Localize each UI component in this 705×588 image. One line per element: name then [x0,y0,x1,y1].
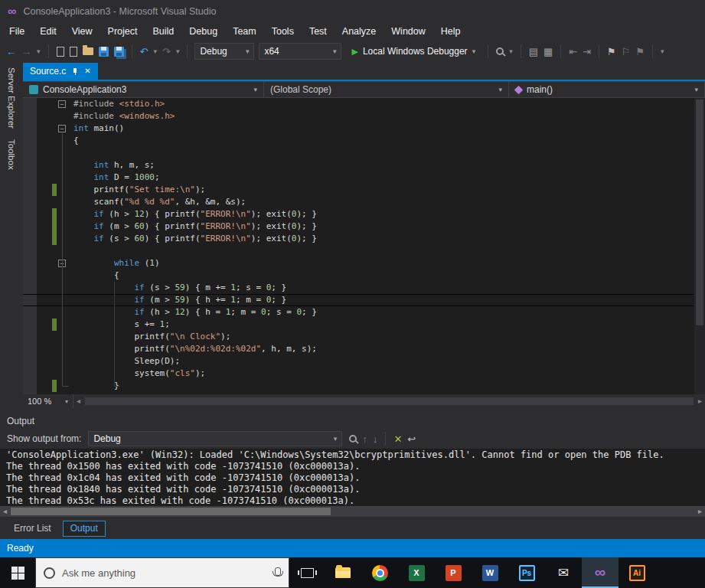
output-panel-title[interactable]: Output [0,413,705,429]
code-line-5[interactable] [23,147,694,159]
redo-icon[interactable]: ↷ [162,47,171,57]
find-in-files-icon[interactable] [496,47,504,55]
code-line-16[interactable]: if (s > 59) { m += 1; s = 0; } [23,282,694,294]
code-line-23[interactable]: system("cls"); [23,368,694,380]
menu-test[interactable]: Test [302,24,335,39]
editor-vertical-scrollbar[interactable] [694,98,705,394]
open-file-icon[interactable] [83,47,93,55]
output-source-combo[interactable]: Debug ▾ [88,431,342,446]
member-dropdown[interactable]: main() ▾ [508,81,705,98]
start-button[interactable] [0,557,35,588]
taskbar-app-excel[interactable]: X [398,557,435,588]
output-text-area[interactable]: 'ConsoleApplication3.exe' (Win32): Loade… [0,449,705,506]
code-line-24[interactable]: } [23,380,694,392]
code-area[interactable]: −#include <stdio.h>#include <windows.h>−… [23,98,694,392]
scroll-left-icon[interactable]: ◂ [73,397,83,405]
undo-icon[interactable]: ↶ [140,47,149,57]
start-debugging-button[interactable]: ▶ Local Windows Debugger ▾ [346,43,481,60]
redo-dropdown-icon[interactable]: ▾ [176,48,180,55]
save-all-icon[interactable] [114,47,124,57]
menu-debug[interactable]: Debug [181,24,225,39]
scrollbar-thumb[interactable] [11,508,331,515]
taskbar-app-file-explorer[interactable] [325,557,361,588]
code-line-12[interactable]: if (s > 60) { printf("ERROR!\n"); exit(0… [23,233,694,245]
output-horizontal-scrollbar[interactable]: ◂ ▸ [0,506,705,517]
scroll-right-icon[interactable]: ▸ [695,397,705,405]
code-editor[interactable]: −#include <stdio.h>#include <windows.h>−… [23,98,705,394]
tab-source-c[interactable]: Source.c ✕ [23,63,98,80]
clear-all-icon[interactable]: ✕ [393,434,402,444]
properties-window-icon[interactable]: ▦ [543,47,553,57]
goto-next-message-icon[interactable]: ↓ [373,434,378,444]
taskbar-app-visual-studio[interactable]: ∞ [582,557,619,588]
find-message-icon[interactable] [349,435,357,443]
task-view-button[interactable] [289,557,325,588]
code-line-9[interactable]: scanf("%d %d %d", &h, &m, &s); [23,196,694,208]
next-bookmark-icon[interactable]: ⚑ [635,47,645,57]
fold-toggle-icon[interactable]: − [58,125,66,132]
solution-explorer-icon[interactable]: ▤ [529,47,538,57]
code-line-20[interactable]: printf("\n Clock"); [23,331,694,343]
menu-tools[interactable]: Tools [264,24,302,39]
solution-platform-combo[interactable]: x64 ▾ [259,43,341,60]
menu-team[interactable]: Team [225,24,264,39]
close-icon[interactable]: ✕ [84,67,90,75]
menu-edit[interactable]: Edit [32,24,64,39]
taskbar-search-input[interactable]: Ask me anything [35,557,289,588]
taskbar-app-word[interactable]: W [472,557,508,588]
scroll-left-icon[interactable]: ◂ [0,508,10,515]
menu-build[interactable]: Build [145,24,181,39]
project-dropdown[interactable]: ConsoleApplication3 ▾ [22,81,264,98]
add-new-item-icon[interactable] [70,47,77,57]
code-line-13[interactable] [23,245,694,257]
taskbar-app-photoshop[interactable]: Ps [508,557,545,588]
code-line-11[interactable]: if (m > 60) { printf("ERROR!\n"); exit(0… [23,220,694,233]
code-line-3[interactable]: −int main() [23,122,694,135]
undo-dropdown-icon[interactable]: ▾ [153,48,157,55]
toolbar-options-icon[interactable]: ▾ [661,48,664,55]
taskbar-app-mail[interactable]: ✉ [545,557,582,588]
side-tab-server-explorer[interactable]: Server Explorer [7,67,16,129]
code-line-10[interactable]: if (h > 12) { printf("ERROR!\n"); exit(0… [23,208,694,220]
code-line-19[interactable]: s += 1; [23,318,694,331]
menu-project[interactable]: Project [100,24,145,39]
menu-view[interactable]: View [64,24,100,39]
taskbar-app-chrome[interactable] [361,557,398,588]
code-line-15[interactable]: { [23,270,694,282]
tool-tab-error-list[interactable]: Error List [6,521,59,537]
new-project-icon[interactable] [57,47,64,57]
find-dropdown-icon[interactable]: ▾ [509,48,513,55]
menu-file[interactable]: File [2,24,32,39]
tool-tab-output[interactable]: Output [63,521,106,537]
code-line-22[interactable]: Sleep(D); [23,355,694,368]
code-line-8[interactable]: printf("Set time:\n"); [23,184,694,196]
navigation-dropdown-icon[interactable]: ▾ [37,48,41,55]
fold-toggle-icon[interactable]: − [58,100,66,108]
side-tab-toolbox[interactable]: Toolbox [7,139,16,170]
code-line-21[interactable]: printf("\n%02d:%02d:%02d", h, m, s); [23,343,694,355]
menu-analyze[interactable]: Analyze [335,24,384,39]
taskbar-app-powerpoint[interactable]: P [435,557,472,588]
taskbar-app-illustrator[interactable]: Ai [619,557,655,588]
microphone-icon[interactable] [273,567,281,578]
code-line-7[interactable]: int D = 1000; [23,172,694,184]
code-line-6[interactable]: int h, m, s; [23,159,694,172]
code-line-18[interactable]: if (h > 12) { h = 1; m = 0; s = 0; } [23,306,694,318]
decrease-indent-icon[interactable]: ⇤ [569,47,577,57]
increase-indent-icon[interactable]: ⇥ [583,47,591,57]
save-icon[interactable] [99,47,109,57]
code-line-4[interactable]: { [23,135,694,147]
toggle-bookmark-icon[interactable]: ⚑ [607,47,616,57]
code-line-14[interactable]: − while (1) [23,257,694,270]
menu-help[interactable]: Help [433,24,468,39]
scroll-right-icon[interactable]: ▸ [695,508,705,515]
navigate-backward-icon[interactable]: ← [6,47,16,57]
scope-dropdown[interactable]: (Global Scope) ▾ [263,81,509,98]
editor-horizontal-scrollbar[interactable] [83,394,695,408]
goto-previous-message-icon[interactable]: ↑ [362,434,367,444]
toggle-word-wrap-icon[interactable]: ↩ [407,434,416,444]
navigate-forward-icon[interactable]: → [21,47,31,57]
scrollbar-thumb[interactable] [85,397,694,405]
code-line-17[interactable]: if (m > 59) { h += 1; m = 0; } [23,294,694,306]
pin-icon[interactable] [72,67,78,76]
